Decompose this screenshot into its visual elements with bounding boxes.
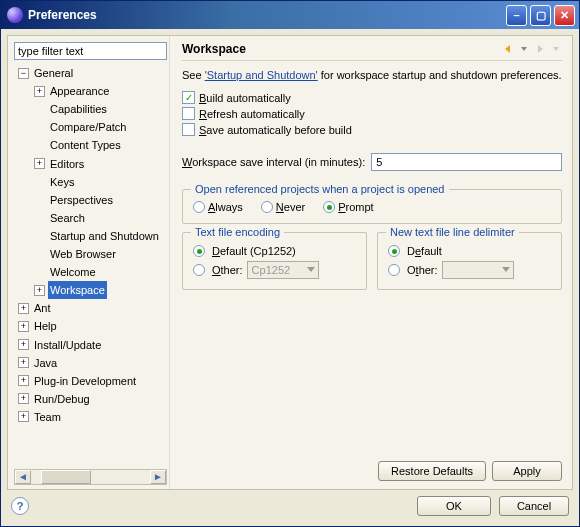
save-auto-checkbox[interactable] [182,123,195,136]
expand-workspace[interactable]: + [34,285,45,296]
apply-button[interactable]: Apply [492,461,562,481]
save-auto-label: Save automatically before build [199,124,352,136]
tree-team[interactable]: Team [32,408,63,426]
maximize-button[interactable]: ▢ [530,5,551,26]
tree-compare[interactable]: Compare/Patch [48,118,128,136]
forward-menu-icon[interactable] [550,43,562,55]
expand-editors[interactable]: + [34,158,45,169]
radio-delim-default[interactable] [388,245,400,257]
interval-input[interactable] [371,153,562,171]
expand-appearance[interactable]: + [34,86,45,97]
radio-always-label: Always [208,201,243,213]
preferences-tree[interactable]: −General +Appearance Capabilities Compar… [14,64,167,467]
radio-always[interactable] [193,201,205,213]
preference-page: Workspace See 'Startup and Shutdown' for… [176,36,572,489]
tree-search[interactable]: Search [48,209,87,227]
delim-default-label: Default [407,245,442,257]
window-title: Preferences [28,8,506,22]
tree-general[interactable]: General [32,64,75,82]
page-description: See 'Startup and Shutdown' for workspace… [182,69,562,81]
startup-shutdown-link[interactable]: 'Startup and Shutdown' [205,69,318,81]
enc-default-label: Default (Cp1252) [212,245,296,257]
dialog-footer: ? OK Cancel [7,490,573,520]
delim-other-combo[interactable] [442,261,514,279]
scroll-thumb[interactable] [41,470,91,484]
expand-team[interactable]: + [18,411,29,422]
tree-content-types[interactable]: Content Types [48,136,123,154]
enc-other-combo[interactable]: Cp1252 [247,261,319,279]
tree-keys[interactable]: Keys [48,173,76,191]
tree-appearance[interactable]: Appearance [48,82,111,100]
expand-install[interactable]: + [18,339,29,350]
expand-general[interactable]: − [18,68,29,79]
scroll-right-button[interactable]: ► [150,470,166,484]
minimize-button[interactable]: – [506,5,527,26]
radio-never-label: Never [276,201,305,213]
filter-input[interactable] [14,42,167,60]
delim-other-label: Other: [407,264,438,276]
tree-perspectives[interactable]: Perspectives [48,191,115,209]
help-icon[interactable]: ? [11,497,29,515]
radio-prompt[interactable] [323,201,335,213]
tree-sidebar: −General +Appearance Capabilities Compar… [8,36,170,489]
tree-startup[interactable]: Startup and Shutdown [48,227,161,245]
tree-editors[interactable]: Editors [48,155,86,173]
encoding-title: Text file encoding [191,226,284,238]
back-menu-icon[interactable] [518,43,530,55]
radio-enc-default[interactable] [193,245,205,257]
refresh-auto-checkbox[interactable] [182,107,195,120]
radio-prompt-label: Prompt [338,201,373,213]
titlebar: Preferences – ▢ ✕ [1,1,579,29]
close-button[interactable]: ✕ [554,5,575,26]
tree-install[interactable]: Install/Update [32,336,103,354]
tree-workspace[interactable]: Workspace [48,281,107,299]
tree-hscrollbar[interactable]: ◄ ► [14,469,167,485]
scroll-left-button[interactable]: ◄ [15,470,31,484]
tree-help[interactable]: Help [32,317,59,335]
expand-rundebug[interactable]: + [18,393,29,404]
encoding-group: Text file encoding Default (Cp1252) Othe… [182,232,367,290]
restore-defaults-button[interactable]: Restore Defaults [378,461,486,481]
tree-java[interactable]: Java [32,354,59,372]
tree-rundebug[interactable]: Run/Debug [32,390,92,408]
radio-enc-other[interactable] [193,264,205,276]
back-icon[interactable] [502,43,514,55]
page-title: Workspace [182,42,502,56]
tree-plugin[interactable]: Plug-in Development [32,372,138,390]
delimiter-title: New text file line delimiter [386,226,519,238]
ok-button[interactable]: OK [417,496,491,516]
radio-never[interactable] [261,201,273,213]
interval-label: Workspace save interval (in minutes): [182,156,365,168]
open-referenced-title: Open referenced projects when a project … [191,183,449,195]
app-icon [7,7,23,23]
expand-ant[interactable]: + [18,303,29,314]
build-auto-checkbox[interactable]: ✓ [182,91,195,104]
tree-capabilities[interactable]: Capabilities [48,100,109,118]
expand-plugin[interactable]: + [18,375,29,386]
tree-welcome[interactable]: Welcome [48,263,98,281]
open-referenced-group: Open referenced projects when a project … [182,189,562,224]
forward-icon[interactable] [534,43,546,55]
tree-webbrowser[interactable]: Web Browser [48,245,118,263]
refresh-auto-label: Refresh automatically [199,108,305,120]
delimiter-group: New text file line delimiter Default Oth… [377,232,562,290]
enc-other-label: Other: [212,264,243,276]
tree-ant[interactable]: Ant [32,299,53,317]
expand-help[interactable]: + [18,321,29,332]
preferences-window: Preferences – ▢ ✕ −General +Appearance C… [0,0,580,527]
radio-delim-other[interactable] [388,264,400,276]
expand-java[interactable]: + [18,357,29,368]
cancel-button[interactable]: Cancel [499,496,569,516]
build-auto-label: Build automatically [199,92,291,104]
